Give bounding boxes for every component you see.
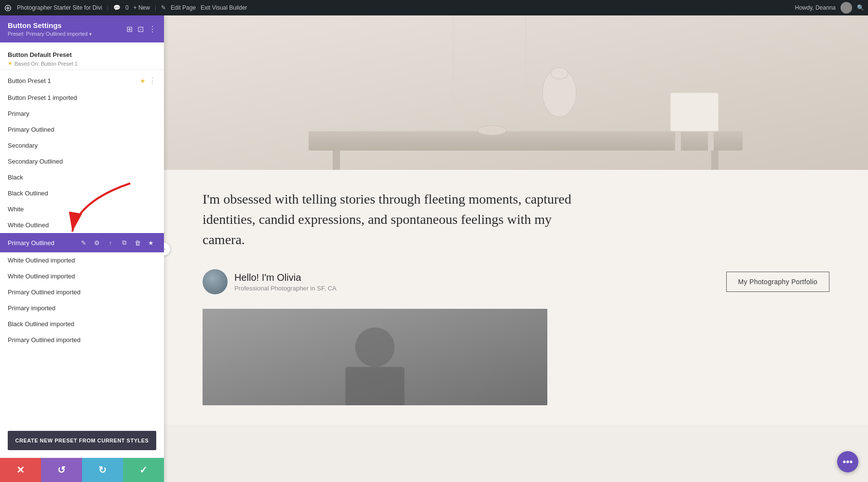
chevron-down-icon: ▾: [89, 31, 92, 37]
svg-point-13: [355, 328, 395, 367]
undo-button[interactable]: ↺: [41, 458, 82, 482]
avatar-icon: [841, 2, 852, 14]
new-link[interactable]: + New: [134, 4, 150, 11]
list-item[interactable]: White Outlined imported: [0, 252, 164, 268]
list-item[interactable]: White Outlined: [0, 217, 164, 233]
based-on-label: Based On: Button Preset 1: [14, 61, 78, 67]
grid-icon[interactable]: ⊡: [137, 25, 144, 34]
fab-button[interactable]: •••: [837, 451, 858, 472]
svg-point-5: [551, 68, 568, 79]
svg-rect-8: [708, 131, 714, 151]
list-item[interactable]: Primary: [0, 106, 164, 122]
list-item[interactable]: Button Preset 1 ★ ⋮: [0, 72, 164, 90]
save-button[interactable]: ✓: [123, 458, 164, 482]
list-item[interactable]: Black: [0, 169, 164, 185]
main-quote: I'm obsessed with telling stories throug…: [203, 189, 588, 250]
preset-item-label: Primary Outlined imported: [8, 336, 156, 344]
preset-item-label: Black: [8, 174, 156, 181]
svg-rect-6: [670, 93, 719, 131]
edit-preset-icon[interactable]: ✎: [78, 237, 89, 248]
default-preset-title[interactable]: Button Default Preset: [8, 51, 156, 58]
howdy-text: Howdy, Deanna: [795, 4, 836, 11]
comment-count-icon: 💬: [113, 4, 121, 11]
hero-shapes: [164, 15, 868, 170]
preset-item-label: Primary: [8, 110, 156, 117]
comment-count[interactable]: 0: [125, 4, 129, 11]
site-name[interactable]: Photographer Starter Site for Divi: [17, 4, 102, 11]
list-item[interactable]: Black Outlined: [0, 185, 164, 201]
list-item[interactable]: White Outlined imported: [0, 268, 164, 284]
preset-item-label: Button Preset 1: [8, 77, 140, 84]
exit-builder-link[interactable]: Exit Visual Builder: [201, 4, 247, 11]
svg-rect-14: [345, 367, 405, 405]
content-area: I'm obsessed with telling stories throug…: [164, 170, 868, 425]
star-icon: ★: [8, 60, 13, 67]
star-preset-icon[interactable]: ★: [146, 237, 156, 248]
panel-header-content: Button Settings Preset: Primary Outlined…: [8, 21, 92, 37]
active-preset-actions: ✎ ⚙ ↑ ⧉ 🗑 ★: [78, 237, 156, 248]
bottom-image-svg: [203, 309, 547, 405]
preset-list: Button Default Preset ★ Based On: Button…: [0, 42, 164, 425]
list-item[interactable]: Primary Outlined imported: [0, 332, 164, 348]
list-item[interactable]: Primary Outlined: [0, 122, 164, 138]
list-item[interactable]: Button Preset 1 imported: [0, 90, 164, 106]
author-text: Hello! I'm Olivia Professional Photograp…: [234, 272, 337, 292]
edit-page-link[interactable]: Edit Page: [171, 4, 196, 11]
avatar: [203, 269, 228, 294]
preset-subtitle[interactable]: Preset: Primary Outlined imported ▾: [8, 31, 92, 37]
author-name: Hello! I'm Olivia: [234, 272, 337, 283]
separator2: |: [155, 4, 156, 11]
hero-section: [164, 15, 868, 170]
preset-item-label: Primary Outlined: [8, 126, 156, 133]
admin-bar-right: Howdy, Deanna 🔍: [795, 2, 865, 14]
preset-item-label: Secondary Outlined: [8, 158, 156, 165]
preset-item-label: White Outlined: [8, 221, 156, 229]
right-panel: ↔: [164, 15, 868, 482]
preset-item-label: White Outlined imported: [8, 273, 156, 280]
left-panel: Button Settings Preset: Primary Outlined…: [0, 15, 164, 482]
duplicate-preset-icon[interactable]: ⧉: [119, 237, 129, 248]
active-preset-label: Primary Outlined: [8, 239, 78, 247]
create-preset-button[interactable]: CREATE NEW PRESET FROM CURRENT STYLES: [8, 431, 156, 450]
panel-header-icons: ⊞ ⊡ ⋮: [126, 25, 156, 34]
list-item[interactable]: Secondary Outlined: [0, 153, 164, 169]
author-info: Hello! I'm Olivia Professional Photograp…: [203, 269, 337, 294]
settings-preset-icon[interactable]: ⚙: [92, 237, 102, 248]
list-item[interactable]: Secondary: [0, 138, 164, 153]
preset-item-label: Primary Outlined imported: [8, 289, 156, 296]
bottom-image-section: [203, 309, 547, 405]
kebab-icon[interactable]: ⋮: [149, 76, 156, 85]
export-preset-icon[interactable]: ↑: [105, 237, 116, 248]
default-preset-section: Button Default Preset ★ Based On: Button…: [0, 46, 164, 70]
admin-bar-left: ⊕ Photographer Starter Site for Divi | 💬…: [4, 2, 789, 14]
close-button[interactable]: ✕: [0, 458, 41, 482]
wordpress-logo[interactable]: ⊕: [4, 2, 12, 14]
active-preset-item[interactable]: Primary Outlined ✎ ⚙ ↑ ⧉ 🗑 ★: [0, 233, 164, 252]
delete-preset-icon[interactable]: 🗑: [132, 237, 143, 248]
portfolio-button[interactable]: My Photography Portfolio: [726, 272, 829, 292]
kebab-menu-icon[interactable]: ⋮: [149, 25, 156, 34]
admin-bar: ⊕ Photographer Starter Site for Divi | 💬…: [0, 0, 868, 15]
search-icon[interactable]: 🔍: [857, 4, 864, 11]
separator: |: [107, 4, 108, 11]
preset-item-icons: ★ ⋮: [140, 76, 156, 85]
star-icon[interactable]: ★: [140, 77, 146, 84]
list-item[interactable]: Primary imported: [0, 300, 164, 316]
main-layout: Button Settings Preset: Primary Outlined…: [0, 15, 868, 482]
preset-item-label: White: [8, 206, 156, 213]
list-item[interactable]: Primary Outlined imported: [0, 284, 164, 300]
preset-item-label: White Outlined imported: [8, 257, 156, 264]
list-item[interactable]: White: [0, 201, 164, 217]
panel-header: Button Settings Preset: Primary Outlined…: [0, 15, 164, 42]
preset-item-label: Primary imported: [8, 304, 156, 312]
preset-item-label: Button Preset 1 imported: [8, 94, 156, 101]
preset-item-label: Black Outlined imported: [8, 320, 156, 328]
avatar-image: [203, 269, 228, 294]
preset-item-label: Secondary: [8, 142, 156, 149]
redo-button[interactable]: ↻: [82, 458, 123, 482]
svg-point-9: [477, 125, 506, 135]
list-item[interactable]: Black Outlined imported: [0, 316, 164, 332]
svg-rect-7: [675, 131, 681, 151]
screen-icon[interactable]: ⊞: [126, 25, 133, 34]
panel-title: Button Settings: [8, 21, 92, 29]
